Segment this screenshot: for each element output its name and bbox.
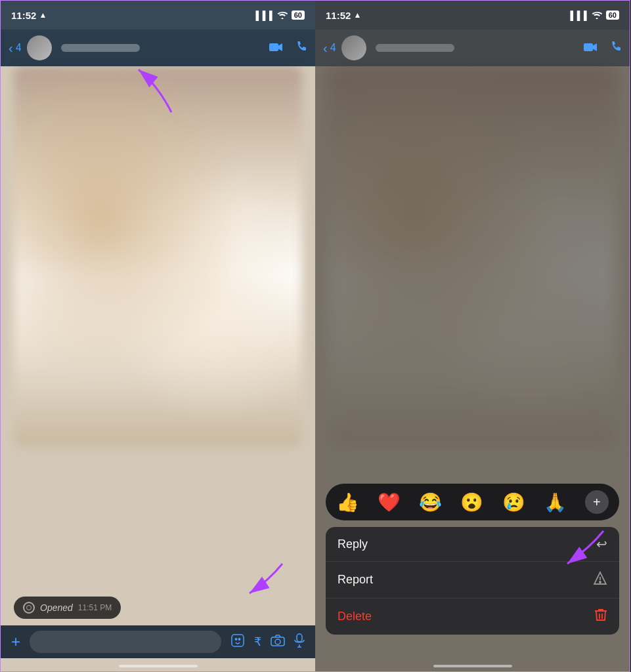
svg-point-5 [238, 638, 240, 639]
time-right: 11:52 [326, 10, 351, 21]
nav-actions-left [269, 41, 307, 56]
reply-icon: ↩ [596, 536, 607, 552]
emoji-cry[interactable]: 😢 [502, 492, 525, 513]
video-call-icon-right[interactable] [584, 41, 598, 56]
report-icon [593, 571, 607, 589]
svg-point-7 [275, 639, 280, 644]
video-call-icon-left[interactable] [269, 41, 284, 56]
home-indicator-left [119, 665, 198, 667]
blurred-photo-left [14, 66, 302, 447]
camera-icon-left[interactable] [271, 635, 285, 650]
emoji-wow[interactable]: 😮 [460, 492, 483, 513]
svg-rect-11 [584, 43, 593, 51]
emoji-pray[interactable]: 🙏 [544, 492, 567, 513]
emoji-more-button[interactable]: + [585, 490, 609, 514]
svg-rect-3 [232, 635, 244, 646]
svg-point-4 [235, 638, 236, 639]
message-input-left[interactable] [30, 631, 221, 653]
svg-rect-0 [269, 43, 278, 51]
nav-actions-right [584, 41, 622, 56]
opened-message-left: Opened 11:51 PM [14, 597, 121, 619]
menu-item-report[interactable]: Report [326, 562, 619, 598]
back-button-right[interactable]: ‹ 4 [323, 41, 336, 56]
plus-icon-left[interactable]: + [11, 633, 20, 651]
reply-label: Reply [337, 537, 368, 551]
avatar-left [27, 35, 52, 60]
emoji-heart[interactable]: ❤️ [378, 492, 401, 513]
wifi-icon-left [277, 10, 288, 21]
rupee-icon-left[interactable]: ₹ [254, 635, 261, 649]
chat-background [1, 1, 315, 671]
status-icons-left: ▐▐▐ 60 [253, 10, 305, 21]
input-icons-left: ₹ [230, 633, 305, 651]
opened-label-left: Opened [40, 602, 73, 613]
back-chevron-left: ‹ [9, 41, 13, 56]
signal-icon-right: ▐▐▐ [567, 10, 588, 20]
avatar-right [341, 35, 366, 60]
back-count-left: 4 [16, 42, 22, 54]
emoji-thumbsup[interactable]: 👍 [336, 492, 359, 513]
opened-icon-left [23, 602, 35, 614]
status-icons-right: ▐▐▐ 60 [567, 10, 619, 21]
phone-icon-left[interactable] [295, 41, 307, 56]
battery-left: 60 [292, 10, 305, 20]
opened-time-left: 11:51 PM [78, 603, 112, 612]
input-bar-left: + ₹ [1, 625, 315, 658]
battery-right: 60 [606, 10, 619, 20]
wifi-icon-right [592, 10, 602, 21]
sticker-icon-left[interactable] [230, 633, 245, 651]
location-icon-left: ▲ [39, 10, 47, 20]
time-left: 11:52 [11, 10, 36, 21]
delete-label: Delete [337, 610, 372, 623]
emoji-laugh[interactable]: 😂 [419, 492, 442, 513]
location-icon-right: ▲ [353, 10, 361, 20]
status-bar-right: 11:52 ▲ ▐▐▐ 60 [315, 1, 630, 30]
left-panel: 11:52 ▲ ▐▐▐ 60 ‹ 4 [0, 0, 315, 672]
contact-name-left [61, 44, 264, 52]
nav-bar-right: ‹ 4 [315, 30, 630, 66]
emoji-reaction-bar: 👍 ❤️ 😂 😮 😢 🙏 + [326, 484, 619, 520]
right-panel: 11:52 ▲ ▐▐▐ 60 ‹ 4 [315, 0, 630, 672]
svg-point-13 [599, 581, 601, 583]
signal-icon-left: ▐▐▐ [253, 10, 273, 20]
contact-name-right [376, 44, 578, 52]
report-label: Report [337, 573, 373, 587]
back-chevron-right: ‹ [323, 41, 328, 56]
status-time-right: 11:52 ▲ [326, 10, 361, 21]
phone-icon-right[interactable] [610, 41, 622, 56]
context-menu: Reply ↩ Report Delete [326, 527, 619, 635]
nav-bar-left: ‹ 4 [1, 30, 315, 66]
svg-rect-8 [297, 634, 302, 642]
status-bar-left: 11:52 ▲ ▐▐▐ 60 [1, 1, 315, 30]
back-count-right: 4 [330, 42, 336, 54]
delete-icon [594, 608, 607, 625]
mic-icon-left[interactable] [294, 633, 305, 651]
menu-item-reply[interactable]: Reply ↩ [326, 527, 619, 562]
back-button-left[interactable]: ‹ 4 [9, 41, 22, 56]
menu-item-delete[interactable]: Delete [326, 598, 619, 635]
status-time-left: 11:52 ▲ [11, 10, 47, 21]
home-indicator-right [433, 665, 512, 667]
